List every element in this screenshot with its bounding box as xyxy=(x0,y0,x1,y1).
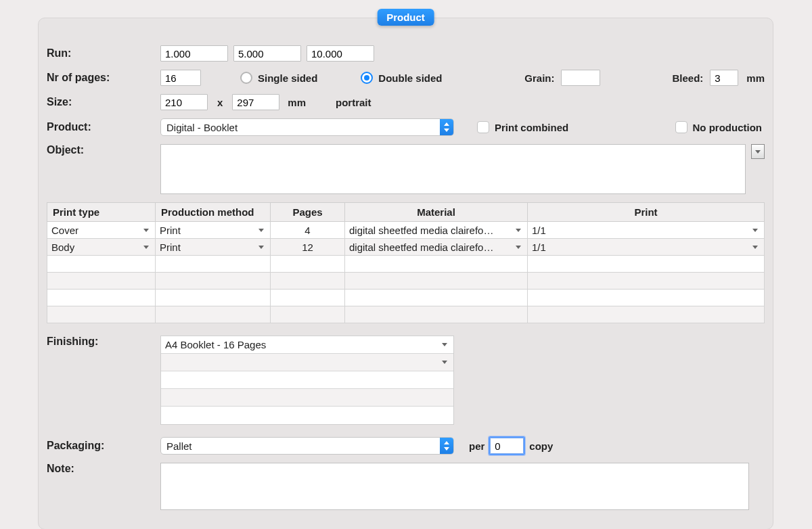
chevron-down-icon xyxy=(752,229,758,232)
double-sided-label: Double sided xyxy=(378,72,442,84)
print-combined-label: Print combined xyxy=(495,122,568,133)
orientation-label: portrait xyxy=(336,97,371,108)
prod-method-cell[interactable]: Print xyxy=(156,222,270,238)
chevron-down-icon xyxy=(143,246,149,249)
pages-cell: 4 xyxy=(271,222,344,238)
object-textarea[interactable] xyxy=(160,144,746,194)
bleed-label: Bleed: xyxy=(672,72,703,84)
size-unit: mm xyxy=(288,97,306,108)
print-type-cell[interactable]: Body xyxy=(47,239,155,255)
finishing-row[interactable] xyxy=(161,389,453,407)
grain-label: Grain: xyxy=(524,72,554,84)
chevron-down-icon xyxy=(143,229,149,232)
run-label: Run: xyxy=(47,47,155,60)
chevron-down-icon xyxy=(442,343,447,346)
no-production-checkbox[interactable] xyxy=(675,121,687,133)
per-label: per xyxy=(469,440,484,452)
size-x: x xyxy=(213,97,227,108)
finishing-row[interactable] xyxy=(161,371,453,389)
chevron-down-icon xyxy=(516,229,521,232)
pages-cell: 12 xyxy=(271,239,344,255)
col-print: Print xyxy=(528,203,765,222)
finishing-row[interactable] xyxy=(161,407,453,424)
packaging-dropdown-value: Pallet xyxy=(161,440,440,452)
print-combined-checkbox[interactable] xyxy=(477,121,489,133)
grain-input[interactable] xyxy=(561,70,600,86)
finishing-list: A4 Booklet - 16 Pages xyxy=(160,336,454,425)
production-table: Print type Production method Pages Mater… xyxy=(47,202,765,323)
product-tab[interactable]: Product xyxy=(377,9,434,26)
packaging-qty-input[interactable] xyxy=(490,438,524,454)
print-type-cell[interactable]: Cover xyxy=(47,222,155,238)
object-dropdown-button[interactable] xyxy=(751,144,765,159)
nrpages-input[interactable] xyxy=(160,70,201,86)
finishing-row[interactable]: A4 Booklet - 16 Pages xyxy=(161,336,453,354)
chevron-down-icon xyxy=(755,150,761,154)
packaging-label: Packaging: xyxy=(47,440,155,452)
chevron-down-icon xyxy=(258,229,264,232)
product-dropdown-value: Digital - Booklet xyxy=(161,122,440,133)
table-row: Body Print 12 digital sheetfed media cla… xyxy=(47,239,765,256)
prod-method-cell[interactable]: Print xyxy=(156,239,270,255)
bleed-input[interactable] xyxy=(710,70,738,86)
col-prod-method: Production method xyxy=(156,203,271,222)
col-material: Material xyxy=(345,203,528,222)
product-dropdown[interactable]: Digital - Booklet xyxy=(160,118,454,136)
run-input-1[interactable] xyxy=(160,45,228,62)
chevron-down-icon xyxy=(752,246,758,249)
finishing-row[interactable] xyxy=(161,354,453,371)
chevron-down-icon xyxy=(516,246,521,249)
size-height-input[interactable] xyxy=(232,94,279,110)
col-print-type: Print type xyxy=(47,203,156,222)
object-label: Object: xyxy=(47,144,155,156)
size-width-input[interactable] xyxy=(160,94,208,110)
bleed-unit: mm xyxy=(746,72,765,84)
single-sided-radio[interactable] xyxy=(240,72,252,84)
col-pages: Pages xyxy=(271,203,345,222)
print-cell[interactable]: 1/1 xyxy=(528,239,764,255)
chevron-down-icon xyxy=(442,361,447,364)
run-input-3[interactable] xyxy=(307,45,374,62)
print-cell[interactable]: 1/1 xyxy=(528,222,764,238)
chevron-updown-icon xyxy=(440,119,453,135)
single-sided-label: Single sided xyxy=(258,72,317,84)
note-textarea[interactable] xyxy=(160,463,749,510)
run-input-2[interactable] xyxy=(233,45,301,62)
finishing-label: Finishing: xyxy=(47,336,155,348)
table-row: Cover Print 4 digital sheetfed media cla… xyxy=(47,222,765,239)
double-sided-radio[interactable] xyxy=(361,72,373,84)
chevron-down-icon xyxy=(258,246,264,249)
size-label: Size: xyxy=(47,96,155,108)
packaging-dropdown[interactable]: Pallet xyxy=(160,437,454,455)
chevron-updown-icon xyxy=(440,438,453,454)
material-cell[interactable]: digital sheetfed media clairefo… xyxy=(345,239,527,255)
note-label: Note: xyxy=(47,463,155,475)
no-production-label: No production xyxy=(693,122,762,133)
nrpages-label: Nr of pages: xyxy=(47,72,155,84)
material-cell[interactable]: digital sheetfed media clairefo… xyxy=(345,222,527,238)
copy-label: copy xyxy=(529,440,553,452)
product-label: Product: xyxy=(47,121,155,133)
